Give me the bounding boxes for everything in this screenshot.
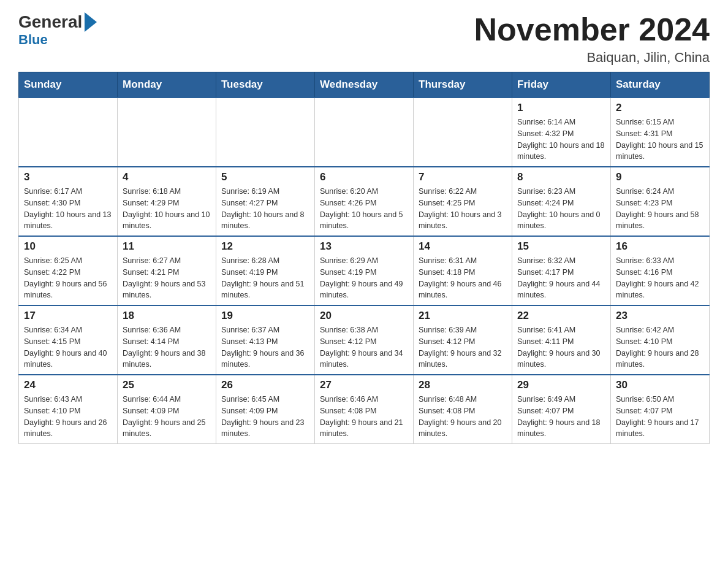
day-of-week-header-wednesday: Wednesday [315, 72, 414, 98]
day-info: Sunrise: 6:19 AMSunset: 4:27 PMDaylight:… [221, 186, 309, 232]
calendar-cell-15: 15Sunrise: 6:32 AMSunset: 4:17 PMDayligh… [512, 236, 611, 305]
logo-general-text: General [18, 12, 82, 32]
calendar-cell-empty-4 [414, 98, 512, 167]
day-info: Sunrise: 6:43 AMSunset: 4:10 PMDaylight:… [24, 394, 112, 440]
day-number: 26 [221, 379, 309, 391]
logo: General Blue [18, 12, 97, 48]
day-number: 24 [24, 379, 112, 391]
day-number: 21 [419, 310, 507, 322]
calendar-cell-24: 24Sunrise: 6:43 AMSunset: 4:10 PMDayligh… [19, 375, 118, 444]
calendar-cell-10: 10Sunrise: 6:25 AMSunset: 4:22 PMDayligh… [19, 236, 118, 305]
day-number: 17 [24, 310, 112, 322]
day-info: Sunrise: 6:49 AMSunset: 4:07 PMDaylight:… [517, 394, 605, 440]
day-number: 27 [320, 379, 408, 391]
calendar-cell-21: 21Sunrise: 6:39 AMSunset: 4:12 PMDayligh… [414, 305, 512, 375]
day-number: 25 [123, 379, 211, 391]
day-number: 30 [616, 379, 704, 391]
day-info: Sunrise: 6:14 AMSunset: 4:32 PMDaylight:… [517, 117, 605, 163]
calendar-cell-6: 6Sunrise: 6:20 AMSunset: 4:26 PMDaylight… [315, 167, 414, 236]
day-number: 23 [616, 310, 704, 322]
week-row-3: 10Sunrise: 6:25 AMSunset: 4:22 PMDayligh… [19, 236, 710, 305]
day-number: 12 [221, 240, 309, 253]
day-info: Sunrise: 6:38 AMSunset: 4:12 PMDaylight:… [320, 324, 408, 370]
calendar-cell-29: 29Sunrise: 6:49 AMSunset: 4:07 PMDayligh… [512, 375, 611, 444]
month-title: November 2024 [474, 12, 710, 47]
day-info: Sunrise: 6:25 AMSunset: 4:22 PMDaylight:… [24, 255, 112, 301]
day-info: Sunrise: 6:24 AMSunset: 4:23 PMDaylight:… [616, 186, 704, 232]
day-number: 2 [616, 102, 704, 114]
day-info: Sunrise: 6:29 AMSunset: 4:19 PMDaylight:… [320, 255, 408, 301]
day-info: Sunrise: 6:17 AMSunset: 4:30 PMDaylight:… [24, 186, 112, 232]
day-of-week-header-thursday: Thursday [414, 72, 512, 98]
day-info: Sunrise: 6:28 AMSunset: 4:19 PMDaylight:… [221, 255, 309, 301]
day-number: 19 [221, 310, 309, 322]
calendar-header-row: SundayMondayTuesdayWednesdayThursdayFrid… [19, 72, 710, 98]
location-subtitle: Baiquan, Jilin, China [474, 50, 710, 66]
title-area: November 2024 Baiquan, Jilin, China [474, 12, 710, 66]
day-number: 15 [517, 240, 605, 253]
calendar-cell-empty-3 [315, 98, 414, 167]
day-number: 14 [419, 240, 507, 253]
day-info: Sunrise: 6:23 AMSunset: 4:24 PMDaylight:… [517, 186, 605, 232]
day-info: Sunrise: 6:15 AMSunset: 4:31 PMDaylight:… [616, 117, 704, 163]
day-info: Sunrise: 6:46 AMSunset: 4:08 PMDaylight:… [320, 394, 408, 440]
calendar-cell-11: 11Sunrise: 6:27 AMSunset: 4:21 PMDayligh… [118, 236, 216, 305]
calendar-cell-empty-0 [19, 98, 118, 167]
day-info: Sunrise: 6:39 AMSunset: 4:12 PMDaylight:… [419, 324, 507, 370]
day-number: 16 [616, 240, 704, 253]
calendar-cell-20: 20Sunrise: 6:38 AMSunset: 4:12 PMDayligh… [315, 305, 414, 375]
day-info: Sunrise: 6:22 AMSunset: 4:25 PMDaylight:… [419, 186, 507, 232]
day-info: Sunrise: 6:48 AMSunset: 4:08 PMDaylight:… [419, 394, 507, 440]
page-header: General Blue November 2024 Baiquan, Jili… [18, 12, 710, 66]
week-row-2: 3Sunrise: 6:17 AMSunset: 4:30 PMDaylight… [19, 167, 710, 236]
day-number: 3 [24, 171, 112, 183]
day-info: Sunrise: 6:33 AMSunset: 4:16 PMDaylight:… [616, 255, 704, 301]
day-number: 5 [221, 171, 309, 183]
day-info: Sunrise: 6:20 AMSunset: 4:26 PMDaylight:… [320, 186, 408, 232]
day-of-week-header-friday: Friday [512, 72, 611, 98]
calendar-cell-13: 13Sunrise: 6:29 AMSunset: 4:19 PMDayligh… [315, 236, 414, 305]
calendar-cell-3: 3Sunrise: 6:17 AMSunset: 4:30 PMDaylight… [19, 167, 118, 236]
week-row-4: 17Sunrise: 6:34 AMSunset: 4:15 PMDayligh… [19, 305, 710, 375]
day-number: 9 [616, 171, 704, 183]
calendar-cell-27: 27Sunrise: 6:46 AMSunset: 4:08 PMDayligh… [315, 375, 414, 444]
day-info: Sunrise: 6:32 AMSunset: 4:17 PMDaylight:… [517, 255, 605, 301]
calendar-cell-30: 30Sunrise: 6:50 AMSunset: 4:07 PMDayligh… [611, 375, 710, 444]
day-of-week-header-sunday: Sunday [19, 72, 118, 98]
week-row-5: 24Sunrise: 6:43 AMSunset: 4:10 PMDayligh… [19, 375, 710, 444]
day-number: 20 [320, 310, 408, 322]
day-info: Sunrise: 6:44 AMSunset: 4:09 PMDaylight:… [123, 394, 211, 440]
day-info: Sunrise: 6:42 AMSunset: 4:10 PMDaylight:… [616, 324, 704, 370]
day-number: 11 [123, 240, 211, 253]
calendar-cell-empty-2 [216, 98, 315, 167]
day-of-week-header-monday: Monday [118, 72, 216, 98]
logo-arrow-icon [85, 12, 97, 32]
day-number: 6 [320, 171, 408, 183]
day-of-week-header-tuesday: Tuesday [216, 72, 315, 98]
calendar-cell-4: 4Sunrise: 6:18 AMSunset: 4:29 PMDaylight… [118, 167, 216, 236]
day-number: 22 [517, 310, 605, 322]
day-number: 7 [419, 171, 507, 183]
calendar-cell-2: 2Sunrise: 6:15 AMSunset: 4:31 PMDaylight… [611, 98, 710, 167]
calendar-cell-14: 14Sunrise: 6:31 AMSunset: 4:18 PMDayligh… [414, 236, 512, 305]
calendar-cell-7: 7Sunrise: 6:22 AMSunset: 4:25 PMDaylight… [414, 167, 512, 236]
calendar-cell-5: 5Sunrise: 6:19 AMSunset: 4:27 PMDaylight… [216, 167, 315, 236]
day-of-week-header-saturday: Saturday [611, 72, 710, 98]
calendar-cell-28: 28Sunrise: 6:48 AMSunset: 4:08 PMDayligh… [414, 375, 512, 444]
calendar-cell-empty-1 [118, 98, 216, 167]
day-info: Sunrise: 6:37 AMSunset: 4:13 PMDaylight:… [221, 324, 309, 370]
day-info: Sunrise: 6:41 AMSunset: 4:11 PMDaylight:… [517, 324, 605, 370]
calendar-cell-1: 1Sunrise: 6:14 AMSunset: 4:32 PMDaylight… [512, 98, 611, 167]
day-number: 18 [123, 310, 211, 322]
day-number: 28 [419, 379, 507, 391]
day-info: Sunrise: 6:36 AMSunset: 4:14 PMDaylight:… [123, 324, 211, 370]
calendar-table: SundayMondayTuesdayWednesdayThursdayFrid… [18, 72, 710, 444]
day-number: 29 [517, 379, 605, 391]
day-number: 4 [123, 171, 211, 183]
calendar-cell-8: 8Sunrise: 6:23 AMSunset: 4:24 PMDaylight… [512, 167, 611, 236]
day-info: Sunrise: 6:27 AMSunset: 4:21 PMDaylight:… [123, 255, 211, 301]
calendar-cell-17: 17Sunrise: 6:34 AMSunset: 4:15 PMDayligh… [19, 305, 118, 375]
calendar-cell-25: 25Sunrise: 6:44 AMSunset: 4:09 PMDayligh… [118, 375, 216, 444]
day-info: Sunrise: 6:34 AMSunset: 4:15 PMDaylight:… [24, 324, 112, 370]
day-info: Sunrise: 6:45 AMSunset: 4:09 PMDaylight:… [221, 394, 309, 440]
